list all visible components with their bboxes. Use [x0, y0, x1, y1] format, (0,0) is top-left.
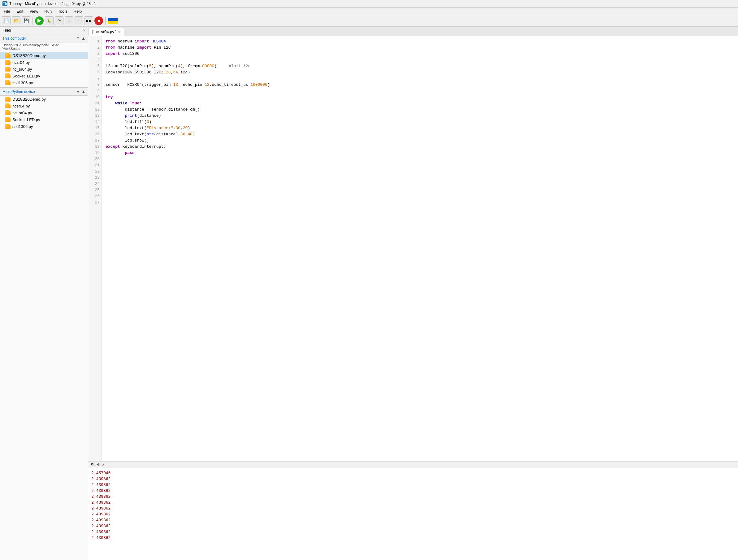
open-button[interactable]: 📂: [12, 16, 20, 25]
file-mpy-icon-1: [5, 103, 11, 108]
code-editor[interactable]: from hcsr04 import HCSR04 from machine i…: [102, 36, 738, 461]
step-out-button[interactable]: ↑: [75, 16, 83, 25]
file-name-mpy-1: hcsr04.py: [12, 104, 30, 108]
tab-close-btn[interactable]: ×: [118, 30, 120, 34]
menu-run[interactable]: Run: [43, 8, 53, 14]
editor-tab-hc-sr04[interactable]: [ hc_sr04.py ] ×: [88, 28, 124, 36]
menu-edit[interactable]: Edit: [15, 8, 24, 14]
save-button[interactable]: 💾: [22, 16, 30, 25]
files-panel-close[interactable]: ×: [83, 28, 85, 32]
new-button[interactable]: 📄: [2, 16, 11, 25]
editor-tabs: [ hc_sr04.py ] ×: [88, 27, 738, 36]
micropython-menu-btn[interactable]: ≡: [77, 89, 79, 94]
toolbar-sep-1: [32, 17, 33, 24]
shell-content[interactable]: 2.457045 2.439862 2.439862 2.439862 2.43…: [88, 468, 738, 560]
shell-line-10: 2.439862: [91, 529, 735, 535]
shell-line-11: 2.439862: [91, 535, 735, 541]
tab-label: [ hc_sr04.py ]: [92, 29, 116, 34]
file-item-mpy-1[interactable]: hcsr04.py: [0, 102, 88, 109]
menu-help[interactable]: Help: [72, 8, 83, 14]
file-item-mpy-3[interactable]: Socket_LED.py: [0, 116, 88, 123]
path-line1: D:\esp32\GitHub\Makepython-ESP32: [2, 43, 59, 47]
file-item-mpy-4[interactable]: ssd1306.py: [0, 123, 88, 130]
shell-header: Shell ×: [88, 462, 738, 468]
thonny-icon: Th: [2, 1, 7, 6]
file-name-mpy-4: ssd1306.py: [12, 124, 33, 129]
computer-path: D:\esp32\GitHub\Makepython-ESP32 \workSp…: [0, 42, 88, 52]
shell-line-5: 2.439862: [91, 500, 735, 506]
file-icon-3: [5, 73, 11, 78]
toolbar: 📄 📂 💾 🐛 ↷ ↓ ↑ ▶▶ ■: [0, 15, 738, 27]
file-name-computer-1: hcsr04.py: [12, 60, 30, 65]
line-numbers: 1 2 3 4 5 6 7 8 9 10 11 12 13 14 15 16 1…: [88, 36, 102, 461]
menu-file[interactable]: File: [2, 8, 11, 14]
this-computer-header[interactable]: This computer ≡ ▲: [0, 34, 88, 42]
run-button[interactable]: [35, 16, 44, 25]
shell-line-8: 2.439862: [91, 517, 735, 523]
path-line2: \workSpace: [2, 47, 20, 50]
stop-button[interactable]: ■: [94, 16, 103, 25]
shell-line-0: 2.457045: [91, 470, 735, 476]
resume-button[interactable]: ▶▶: [84, 16, 93, 25]
files-panel-header: Files ×: [0, 27, 88, 34]
title-bar: Th Thonny - MicroPython device :: /hc_sr…: [0, 0, 738, 8]
file-mpy-icon-3: [5, 117, 11, 122]
flag-blue: [108, 18, 118, 21]
file-item-computer-2[interactable]: hc_sr04.py: [0, 66, 88, 72]
file-name-computer-4: ssd1306.py: [12, 80, 33, 85]
file-name-mpy-0: DS18B20Demo.py: [12, 97, 46, 101]
file-mpy-icon-0: [5, 97, 11, 101]
shell-line-2: 2.439862: [91, 482, 735, 488]
toolbar-sep-2: [105, 17, 105, 24]
editor-area[interactable]: 1 2 3 4 5 6 7 8 9 10 11 12 13 14 15 16 1…: [88, 36, 738, 461]
window-title: Thonny - MicroPython device :: /hc_sr04.…: [9, 2, 96, 6]
micropython-header[interactable]: MicroPython device ≡ ▲: [0, 87, 88, 96]
file-icon-0: [5, 53, 11, 58]
sidebar-section-computer: This computer ≡ ▲ D:\esp32\GitHub\Makepy…: [0, 34, 88, 560]
computer-collapse-btn[interactable]: ▲: [81, 36, 85, 41]
files-panel: Files × This computer ≡ ▲ D:\esp32\GitHu…: [0, 27, 88, 560]
file-mpy-icon-4: [5, 124, 11, 129]
debug-button[interactable]: 🐛: [45, 16, 54, 25]
svg-marker-0: [37, 19, 41, 23]
file-item-computer-0[interactable]: DS18B20Demo.py: [0, 52, 88, 59]
file-item-computer-1[interactable]: hcsr04.py: [0, 59, 88, 66]
file-item-computer-3[interactable]: Socket_LED.py: [0, 72, 88, 79]
shell-close-btn[interactable]: ×: [102, 463, 104, 467]
file-mpy-icon-2: [5, 110, 11, 115]
main-layout: Files × This computer ≡ ▲ D:\esp32\GitHu…: [0, 27, 738, 560]
shell-title: Shell: [91, 463, 100, 467]
file-name-computer-2: hc_sr04.py: [12, 67, 32, 71]
file-item-computer-4[interactable]: ssd1306.py: [0, 79, 88, 86]
this-computer-label: This computer: [2, 36, 26, 41]
step-into-button[interactable]: ↓: [65, 16, 73, 25]
file-item-mpy-0[interactable]: DS18B20Demo.py: [0, 96, 88, 102]
shell-line-7: 2.439862: [91, 511, 735, 517]
file-name-computer-0: DS18B20Demo.py: [12, 53, 46, 58]
flag-yellow: [108, 21, 118, 24]
ukraine-flag: [108, 18, 118, 24]
file-name-mpy-2: hc_sr04.py: [12, 110, 32, 115]
micropython-collapse-btn[interactable]: ▲: [81, 89, 85, 94]
shell-line-1: 2.439862: [91, 476, 735, 482]
shell-line-6: 2.439862: [91, 506, 735, 511]
files-panel-title: Files: [2, 28, 11, 32]
computer-menu-btn[interactable]: ≡: [77, 36, 79, 41]
file-name-mpy-3: Socket_LED.py: [12, 117, 40, 122]
shell-line-3: 2.439862: [91, 488, 735, 494]
file-icon-2: [5, 67, 11, 71]
file-item-mpy-2[interactable]: hc_sr04.py: [0, 109, 88, 116]
shell-line-4: 2.439862: [91, 494, 735, 500]
menu-bar: File Edit View Run Tools Help: [0, 8, 738, 15]
file-name-computer-3: Socket_LED.py: [12, 74, 40, 78]
step-over-button[interactable]: ↷: [55, 16, 63, 25]
micropython-label: MicroPython device: [2, 89, 35, 94]
file-icon-1: [5, 60, 11, 65]
menu-tools[interactable]: Tools: [57, 8, 68, 14]
shell-panel: Shell × 2.457045 2.439862 2.439862 2.439…: [88, 461, 738, 560]
file-icon-4: [5, 80, 11, 85]
menu-view[interactable]: View: [28, 8, 39, 14]
right-panel: [ hc_sr04.py ] × 1 2 3 4 5 6 7 8 9 10 11…: [88, 27, 738, 560]
shell-line-9: 2.439862: [91, 523, 735, 529]
